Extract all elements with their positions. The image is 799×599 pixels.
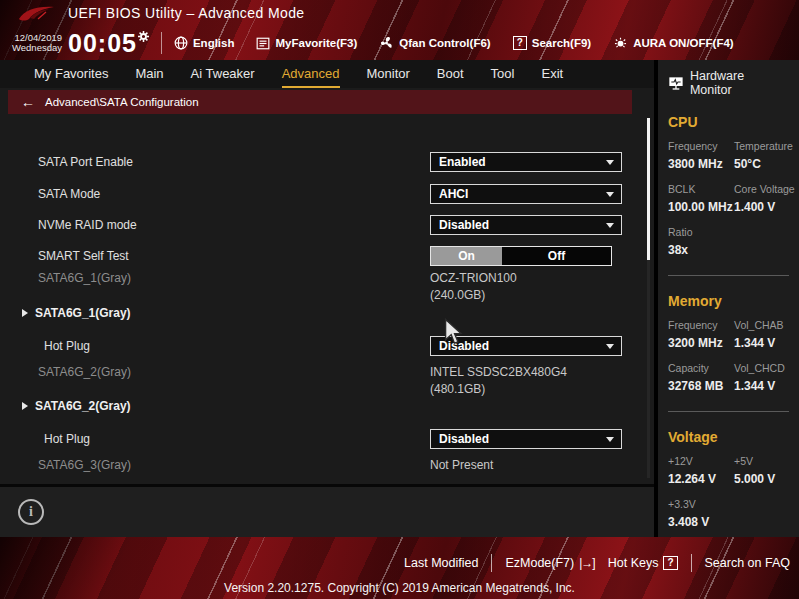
metric-value: 38x bbox=[668, 243, 732, 257]
hot-keys-label: Hot Keys bbox=[608, 556, 659, 570]
weekday-label: Wednesday bbox=[12, 43, 62, 54]
setting-label-sata-port-enable: SATA Port Enable bbox=[38, 155, 133, 169]
metric-value: 1.400 V bbox=[734, 200, 795, 214]
dropdown-value: Disabled bbox=[439, 218, 489, 232]
breadcrumb-path: Advanced\SATA Configuration bbox=[45, 96, 199, 108]
title-bar: UEFI BIOS Utility – Advanced Mode bbox=[0, 0, 799, 26]
clock-settings-gear-icon[interactable] bbox=[138, 31, 149, 42]
metric-value: 32768 MB bbox=[668, 379, 732, 393]
setting-label-hot-plug-1: Hot Plug bbox=[44, 339, 90, 353]
metric-value: 50°C bbox=[734, 157, 795, 171]
dropdown-sata-mode[interactable]: AHCI bbox=[430, 184, 622, 204]
hardware-monitor-panel: Hardware Monitor CPU Frequency3800 MHz T… bbox=[658, 60, 799, 537]
search-button[interactable]: ? Search(F9) bbox=[513, 36, 592, 50]
hot-keys-button[interactable]: Hot Keys ? bbox=[608, 556, 678, 570]
scrollbar-thumb[interactable] bbox=[647, 118, 650, 260]
divider bbox=[668, 411, 789, 412]
setting-label-nvme-raid-mode: NVMe RAID mode bbox=[38, 218, 137, 232]
metric-label: Frequency bbox=[668, 319, 732, 331]
dropdown-nvme-raid-mode[interactable]: Disabled bbox=[430, 215, 622, 235]
expand-arrow-icon bbox=[22, 309, 28, 317]
voltage-metrics: +12V12.264 V +5V5.000 V +3.3V3.408 V bbox=[668, 455, 789, 541]
drive-name-sata6g2: INTEL SSDSC2BX480G4 bbox=[430, 365, 567, 379]
drive-size-sata6g1: (240.0GB) bbox=[430, 288, 485, 302]
settings-panel: ← Advanced\SATA Configuration SATA Port … bbox=[0, 88, 654, 537]
ezmode-button[interactable]: EzMode(F7) |→] bbox=[505, 556, 594, 570]
tab-advanced[interactable]: Advanced bbox=[282, 66, 340, 88]
hardware-monitor-header: Hardware Monitor bbox=[668, 69, 789, 97]
myfavorite-label: MyFavorite(F3) bbox=[275, 37, 357, 49]
toggle-option-off[interactable]: Off bbox=[502, 247, 611, 265]
aura-button[interactable]: AURA ON/OFF(F4) bbox=[613, 36, 734, 50]
metric-label: BCLK bbox=[668, 183, 732, 195]
faq-label: Search on FAQ bbox=[705, 556, 790, 570]
bios-screen: UEFI BIOS Utility – Advanced Mode 12/04/… bbox=[0, 0, 799, 599]
tab-exit[interactable]: Exit bbox=[541, 66, 563, 88]
tab-ai-tweaker[interactable]: Ai Tweaker bbox=[191, 66, 255, 88]
chevron-down-icon bbox=[606, 160, 614, 165]
divider bbox=[491, 554, 492, 572]
back-arrow-icon[interactable]: ← bbox=[21, 94, 35, 110]
globe-icon bbox=[174, 36, 188, 50]
metric-label: +3.3V bbox=[668, 498, 732, 510]
chevron-down-icon bbox=[606, 192, 614, 197]
aura-light-icon bbox=[613, 36, 628, 50]
hardware-monitor-title: Hardware Monitor bbox=[690, 69, 789, 97]
tab-boot[interactable]: Boot bbox=[437, 66, 464, 88]
tab-tool[interactable]: Tool bbox=[491, 66, 515, 88]
port-label-sata6g1: SATA6G_1(Gray) bbox=[38, 271, 131, 285]
footer: Last Modified EzMode(F7) |→] Hot Keys ? … bbox=[0, 537, 799, 599]
metric-label: Capacity bbox=[668, 362, 732, 374]
setting-label-smart-self-test: SMART Self Test bbox=[38, 249, 129, 263]
group-sata6g2[interactable]: SATA6G_2(Gray) bbox=[22, 399, 131, 413]
quick-bar: 12/04/2019 Wednesday 00:05 bbox=[0, 26, 799, 60]
tab-main[interactable]: Main bbox=[135, 66, 163, 88]
metric-label: Vol_CHCD bbox=[734, 362, 789, 374]
metric-label: +5V bbox=[734, 455, 789, 467]
mouse-cursor bbox=[443, 318, 465, 346]
group-sata6g1[interactable]: SATA6G_1(Gray) bbox=[22, 306, 131, 320]
search-on-faq-button[interactable]: Search on FAQ bbox=[705, 556, 790, 570]
rog-logo-icon bbox=[16, 3, 56, 23]
metric-value: 1.344 V bbox=[734, 379, 789, 393]
dropdown-value: AHCI bbox=[439, 187, 468, 201]
metric-value: 5.000 V bbox=[734, 472, 789, 486]
footer-links: Last Modified EzMode(F7) |→] Hot Keys ? … bbox=[404, 554, 790, 572]
metric-label: Frequency bbox=[668, 140, 732, 152]
metric-value: 3200 MHz bbox=[668, 336, 732, 350]
last-modified-label: Last Modified bbox=[404, 556, 478, 570]
date-block: 12/04/2019 Wednesday bbox=[12, 33, 62, 54]
search-question-icon: ? bbox=[513, 36, 527, 50]
language-button[interactable]: English bbox=[174, 36, 235, 50]
qfan-control-button[interactable]: Qfan Control(F6) bbox=[379, 36, 490, 50]
divider bbox=[691, 554, 692, 572]
last-modified-button[interactable]: Last Modified bbox=[404, 556, 478, 570]
tab-monitor[interactable]: Monitor bbox=[367, 66, 410, 88]
qfan-label: Qfan Control(F6) bbox=[399, 37, 490, 49]
dropdown-value: Enabled bbox=[439, 155, 486, 169]
dropdown-sata-port-enable[interactable]: Enabled bbox=[430, 152, 622, 172]
myfavorite-button[interactable]: MyFavorite(F3) bbox=[256, 37, 357, 50]
metric-value: 100.00 MHz bbox=[668, 200, 732, 214]
favorites-list-icon bbox=[256, 37, 270, 50]
chevron-down-icon bbox=[606, 223, 614, 228]
datetime-block[interactable]: 12/04/2019 Wednesday 00:05 bbox=[12, 29, 149, 58]
metric-value: 3800 MHz bbox=[668, 157, 732, 171]
memory-metrics: Frequency3200 MHz Vol_CHAB1.344 V Capaci… bbox=[668, 319, 789, 405]
drive-size-sata6g2: (480.1GB) bbox=[430, 382, 485, 396]
metric-value: 12.264 V bbox=[668, 472, 732, 486]
metric-label: Ratio bbox=[668, 226, 732, 238]
toggle-option-on[interactable]: On bbox=[431, 247, 502, 265]
dropdown-hot-plug-2[interactable]: Disabled bbox=[430, 429, 622, 449]
scrollbar-track[interactable] bbox=[647, 118, 650, 478]
metric-value: 3.408 V bbox=[668, 515, 732, 529]
voltage-section-title: Voltage bbox=[668, 429, 789, 445]
group-label: SATA6G_2(Gray) bbox=[35, 399, 131, 413]
header: UEFI BIOS Utility – Advanced Mode 12/04/… bbox=[0, 0, 799, 60]
ezmode-label: EzMode(F7) bbox=[505, 556, 574, 570]
divider bbox=[668, 275, 789, 276]
breadcrumb: ← Advanced\SATA Configuration bbox=[8, 90, 632, 114]
cpu-section-title: CPU bbox=[668, 114, 789, 130]
drive-name-sata6g1: OCZ-TRION100 bbox=[430, 271, 517, 285]
tab-my-favorites[interactable]: My Favorites bbox=[34, 66, 108, 88]
